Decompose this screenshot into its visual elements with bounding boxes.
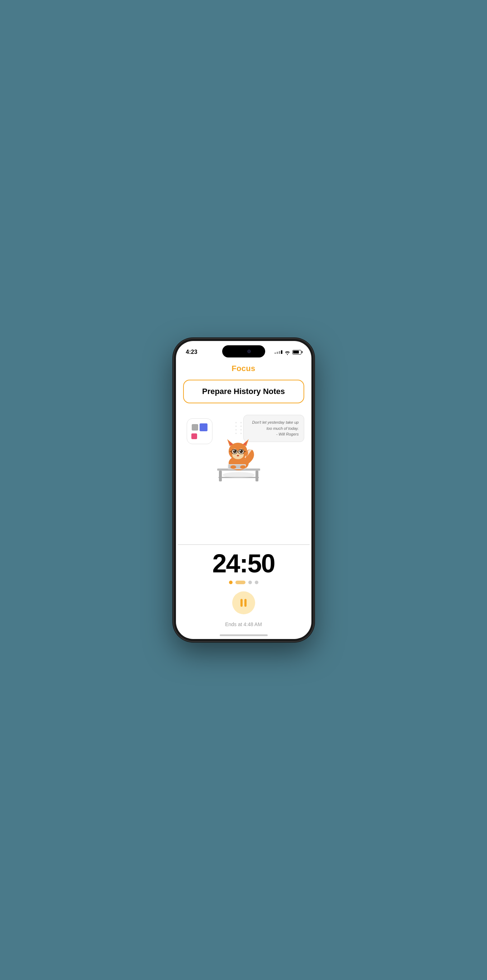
progress-dot-2 <box>236 581 245 584</box>
pause-bar-right <box>244 599 247 607</box>
progress-dot-3 <box>248 581 252 584</box>
svg-line-20 <box>230 451 231 452</box>
svg-point-27 <box>223 472 255 478</box>
phone-frame: 4:23 <box>174 339 314 641</box>
icon-pink-square <box>191 433 197 439</box>
battery-icon <box>293 350 301 355</box>
illustration-area: Don't let yesterday take up too much of … <box>183 411 304 490</box>
icon-gray-square <box>192 424 198 431</box>
svg-line-21 <box>244 451 246 452</box>
signal-icon <box>274 350 282 354</box>
main-content: Focus Prepare History Notes <box>176 360 311 544</box>
fox-illustration <box>213 422 264 483</box>
progress-dots <box>229 581 258 584</box>
status-time: 4:23 <box>186 349 197 355</box>
progress-dot-4 <box>255 581 258 584</box>
camera-dot <box>247 350 251 353</box>
status-icons <box>274 350 301 355</box>
pause-icon <box>240 599 247 607</box>
app-title: Focus <box>231 364 255 373</box>
svg-point-13 <box>233 450 237 453</box>
wifi-icon <box>285 350 290 354</box>
progress-dot-1 <box>229 581 232 584</box>
phone-screen: 4:23 <box>176 341 311 639</box>
end-time-label: Ends at 4:48 AM <box>225 622 262 627</box>
icon-blue-square <box>200 423 207 431</box>
pause-bar-left <box>240 599 243 607</box>
dynamic-island <box>222 345 265 358</box>
svg-point-26 <box>240 465 246 469</box>
app-icon <box>187 418 213 444</box>
svg-point-25 <box>231 465 236 469</box>
svg-point-16 <box>240 450 241 451</box>
task-card[interactable]: Prepare History Notes <box>183 380 304 403</box>
timer-display: 24:50 <box>212 550 274 576</box>
svg-rect-1 <box>219 471 222 481</box>
svg-point-15 <box>233 450 234 451</box>
svg-rect-2 <box>256 471 258 481</box>
svg-point-14 <box>239 450 243 453</box>
home-indicator <box>220 634 268 636</box>
pause-button[interactable] <box>232 591 255 614</box>
timer-section: 24:50 Ends at 4:48 AM <box>176 545 311 634</box>
svg-point-22 <box>237 455 239 456</box>
task-title: Prepare History Notes <box>193 387 295 396</box>
